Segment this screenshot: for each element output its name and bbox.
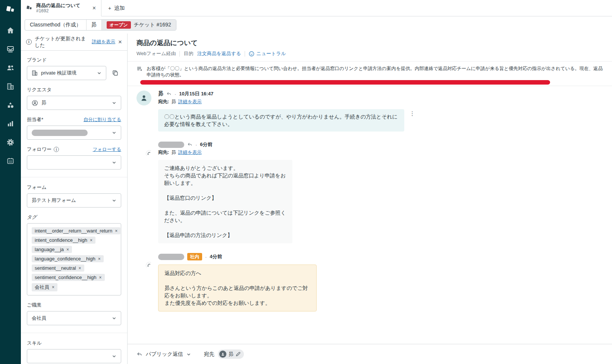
headset-badge-icon (146, 150, 151, 156)
reply-arrow-icon (136, 351, 142, 357)
views-inbox-icon[interactable] (2, 40, 19, 58)
customers-people-icon[interactable] (2, 58, 19, 77)
message-bubble: 返品対応の方へ 昴さんという方からこのあと返品の申請がありますのでご対応をお願い… (158, 265, 317, 311)
close-notification-icon[interactable]: × (118, 38, 122, 46)
notification-text: チケットが更新されました (35, 35, 89, 49)
skill-select[interactable] (27, 349, 121, 363)
breadcrumb-organization[interactable]: Classmethod（作成） (25, 20, 87, 30)
chevron-down-icon (112, 316, 116, 320)
info-icon: i (26, 39, 32, 45)
edit-pencil-icon[interactable] (236, 352, 241, 357)
assignee-field: 担当者* 自分に割り当てる (27, 116, 121, 140)
info-icon: i (54, 147, 59, 152)
recipient-name: 昴 (229, 351, 233, 358)
brand-label: ブランド (27, 57, 47, 63)
remove-tag-icon[interactable]: × (90, 238, 92, 243)
calendar-apps-icon[interactable] (2, 152, 19, 170)
tab-ticket-number: #1692 (36, 8, 81, 13)
message-overflow-icon[interactable]: ⋮ (409, 110, 415, 117)
tab-strip: 商品の返品について #1692 × + 追加 (21, 0, 612, 16)
tags-input[interactable]: intent__order__return__want_return× inte… (27, 223, 121, 295)
tab-title: 商品の返品について (36, 3, 81, 8)
brand-select[interactable]: private 検証環境 (27, 66, 106, 80)
message-internal-note: 社内 · 4分前 返品対応の方へ 昴さんという方からこのあと返品の申請があります… (136, 253, 603, 311)
sentiment-link[interactable]: ニュートラル (249, 50, 286, 57)
status-badge: オープン (107, 21, 131, 29)
tag-pill: language__ja× (32, 246, 72, 253)
remove-tag-icon[interactable]: × (115, 228, 117, 234)
person-icon (32, 100, 38, 106)
neutral-face-icon (249, 51, 254, 57)
occupation-field: ご職業 会社員 (27, 302, 121, 325)
panel-divider (21, 177, 127, 177)
form-select[interactable]: 昴テスト用フォーム (27, 193, 121, 208)
intent-value-link[interactable]: 注文商品を返品する (197, 50, 241, 57)
follow-link[interactable]: フォローする (93, 146, 121, 153)
tags-label: タグ (27, 214, 37, 221)
requester-field: リクエスタ 昴 (27, 86, 121, 110)
remove-tag-icon[interactable]: × (98, 256, 101, 262)
to-value: 昴 (171, 99, 176, 105)
skill-label: スキル (27, 340, 42, 346)
requester-label: リクエスタ (27, 86, 52, 93)
remove-tag-icon[interactable]: × (66, 247, 69, 252)
remove-tag-icon[interactable]: × (99, 275, 102, 280)
occupation-label: ご職業 (27, 302, 41, 308)
add-tab-button[interactable]: + 追加 (101, 0, 131, 16)
tag-pill: intent__order__return__want_return× (32, 227, 120, 234)
breadcrumb-requester[interactable]: 昴 (87, 20, 102, 30)
meta-separator (179, 51, 180, 57)
message-agent-reply: · 6分前 宛先: 昴 詳細を表示 ご連絡ありがとうございます。 そちらの商品で… (136, 141, 603, 243)
followers-field: フォロワーi フォローする (27, 146, 121, 170)
internal-note-badge: 社内 (187, 253, 202, 260)
settings-gear-icon[interactable] (2, 133, 19, 152)
occupation-select[interactable]: 会社員 (27, 311, 121, 325)
chevron-down-icon (97, 71, 101, 75)
chevron-down-icon (186, 352, 191, 357)
composer-to-label: 宛先 (204, 351, 214, 358)
ai-summary-row: お客様が「〇〇」という商品の返品方法と必要情報について問い合わせ。担当者が返品窓… (128, 61, 612, 86)
assign-to-me-link[interactable]: 自分に割り当てる (84, 117, 121, 123)
copy-icon[interactable] (109, 67, 121, 79)
remove-tag-icon[interactable]: × (52, 285, 54, 290)
breadcrumb-ticket[interactable]: オープン チケット #1692 (102, 20, 176, 30)
separator-dot: · (205, 254, 207, 260)
ticket-fields-panel: i チケットが更新されました 詳細を表示 × ブランド private 検証環境 (21, 34, 128, 364)
home-icon[interactable] (2, 21, 19, 40)
show-details-link[interactable]: 詳細を表示 (178, 149, 202, 156)
message-bubble: 〇〇という商品を返品しようとしているのですが、やり方がわかりません。手続きの方法… (158, 109, 404, 132)
followers-select[interactable] (27, 155, 121, 170)
followers-label: フォロワーi (27, 146, 59, 153)
chevron-down-icon (112, 198, 116, 203)
to-label: 宛先: (158, 149, 169, 156)
tab-close-icon[interactable]: × (91, 4, 97, 12)
agent-avatar (136, 253, 151, 268)
admin-shapes-icon[interactable] (2, 96, 19, 114)
tag-pill: sentiment_confidence__high× (32, 274, 105, 281)
reporting-chart-icon[interactable] (2, 114, 19, 133)
skill-field: スキル (27, 340, 121, 363)
customer-avatar (136, 91, 151, 105)
show-details-link[interactable]: 詳細を表示 (92, 39, 115, 45)
headset-badge-icon (146, 262, 151, 268)
ticket-title: 商品の返品について (136, 38, 603, 47)
to-label: 宛先: (158, 99, 169, 105)
brand-icon (32, 70, 38, 76)
show-details-link[interactable]: 詳細を表示 (178, 99, 202, 105)
reply-mode-selector[interactable]: パブリック返信 (146, 351, 191, 358)
message-bubble: ご連絡ありがとうございます。 そちらの商品であれば下記の返品窓口より申請をお願い… (158, 160, 292, 243)
organizations-building-icon[interactable] (2, 77, 19, 96)
requester-select[interactable]: 昴 (27, 96, 121, 110)
remove-tag-icon[interactable]: × (79, 266, 81, 271)
ticket-tab[interactable]: 商品の返品について #1692 × (21, 0, 101, 16)
message-timestamp: 4分前 (210, 253, 222, 260)
chevron-down-icon (112, 101, 116, 105)
red-highlight-annotation (140, 80, 550, 85)
message-customer: 昴 · 10月15日 16:47 宛先: 昴 詳細を表示 〇〇という商品を返品し… (136, 91, 603, 132)
separator-dot: · (175, 91, 176, 97)
composer-recipient-pill[interactable]: 昴 (218, 349, 244, 359)
tag-pill: intent_confidence__high× (32, 237, 95, 244)
assignee-select[interactable] (27, 126, 121, 140)
form-label: フォーム (27, 184, 47, 191)
app-navigation (0, 0, 21, 364)
